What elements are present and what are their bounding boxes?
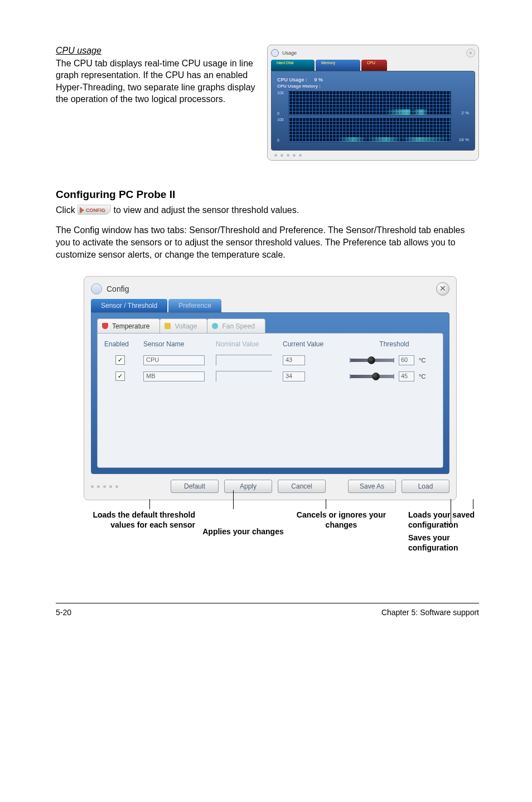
cancel-button[interactable]: Cancel (278, 480, 326, 493)
usage-icon (271, 49, 279, 57)
enabled-checkbox[interactable]: ✓ (115, 355, 125, 365)
nominal-value-display (216, 371, 272, 381)
axis-top-1: 100 (277, 91, 284, 95)
cpu-graph2-percent: 18 % (456, 137, 469, 142)
current-value-display: 34 (283, 371, 305, 381)
callout-default: Loads the default threshold values for e… (78, 510, 195, 553)
callout-cancel: Cancels or ignores your changes (291, 510, 391, 553)
tab-fan-label: Fan Speed (222, 322, 255, 330)
table-row: ✓ MB 34 45 °C (104, 371, 436, 381)
usage-tab-memory[interactable]: Memory (316, 60, 360, 71)
configuring-heading: Configuring PC Probe II (56, 189, 479, 201)
load-button[interactable]: Load (402, 480, 449, 493)
cpu-history-label: CPU Usage History : (277, 84, 469, 89)
save-as-button[interactable]: Save As (348, 480, 396, 493)
sensor-name-input[interactable]: MB (143, 371, 205, 381)
axis-bot-1: 0 (277, 112, 284, 115)
click-text-pre: Click (56, 205, 78, 215)
col-nominal-value: Nominal Value (216, 340, 283, 348)
usage-tab-cpu[interactable]: CPU (361, 60, 387, 71)
threshold-slider[interactable] (350, 375, 394, 378)
config-description: The Config window has two tabs: Sensor/T… (56, 224, 479, 260)
usage-tab-harddisk[interactable]: Hard Disk (271, 60, 315, 71)
callout-apply: Applies your changes (199, 510, 288, 553)
cpu-history-graph-2 (288, 118, 451, 142)
page-number: 5-20 (56, 608, 71, 617)
config-icon (91, 283, 102, 294)
cpu-usage-body: The CPU tab displays real-time CPU usage… (56, 57, 257, 105)
resize-grip[interactable] (271, 154, 475, 157)
nominal-value-display (216, 355, 272, 365)
click-text-post: to view and adjust the sensor threshold … (114, 205, 299, 215)
thermometer-icon (102, 323, 108, 329)
apply-button[interactable]: Apply (224, 480, 272, 493)
tab-voltage[interactable]: Voltage (159, 318, 207, 333)
cpu-graph1-percent: 2 % (456, 110, 469, 115)
col-current-value: Current Value (283, 340, 350, 348)
unit-label: °C (419, 357, 425, 364)
tab-preference[interactable]: Preference (168, 299, 221, 312)
col-enabled: Enabled (104, 340, 143, 348)
chapter-label: Chapter 5: Software support (381, 608, 479, 617)
config-window: Config ✕ Sensor / Threshold Preference T… (84, 276, 457, 500)
config-button-icon[interactable]: CONFIG (78, 205, 111, 215)
cpu-history-graph-1 (288, 91, 451, 115)
tab-temperature-label: Temperature (112, 322, 149, 330)
current-value-display: 43 (283, 355, 305, 365)
close-icon[interactable]: ✕ (436, 282, 449, 296)
close-icon[interactable]: × (466, 49, 475, 57)
cpu-usage-label: CPU Usage : (277, 77, 307, 83)
tab-temperature[interactable]: Temperature (97, 318, 160, 333)
fan-icon (212, 323, 218, 329)
callout-save-load: Loads your saved configuration Saves you… (395, 510, 501, 553)
tab-voltage-label: Voltage (175, 322, 197, 330)
config-title: Config (107, 284, 129, 293)
tab-sensor-threshold[interactable]: Sensor / Threshold (91, 299, 167, 312)
voltage-icon (165, 323, 171, 329)
col-threshold: Threshold (350, 340, 439, 348)
threshold-slider[interactable] (350, 359, 394, 362)
axis-top-2: 100 (277, 118, 284, 122)
col-sensor-name: Sensor Name (143, 340, 216, 348)
enabled-checkbox[interactable]: ✓ (115, 371, 125, 381)
threshold-value-input[interactable]: 45 (399, 371, 414, 381)
table-row: ✓ CPU 43 60 °C (104, 355, 436, 365)
cpu-usage-value: 9 % (315, 77, 323, 83)
cpu-usage-heading: CPU usage (56, 45, 257, 57)
usage-window-title: Usage (282, 50, 297, 56)
resize-grip[interactable] (91, 485, 118, 488)
sensor-name-input[interactable]: CPU (143, 355, 205, 365)
threshold-value-input[interactable]: 60 (399, 355, 414, 365)
cpu-usage-screenshot: Usage × Hard Disk Memory CPU CPU Usage :… (267, 45, 479, 161)
default-button[interactable]: Default (171, 480, 219, 493)
tab-fan-speed[interactable]: Fan Speed (207, 318, 265, 333)
axis-bot-2: 0 (277, 138, 284, 142)
unit-label: °C (419, 373, 425, 380)
